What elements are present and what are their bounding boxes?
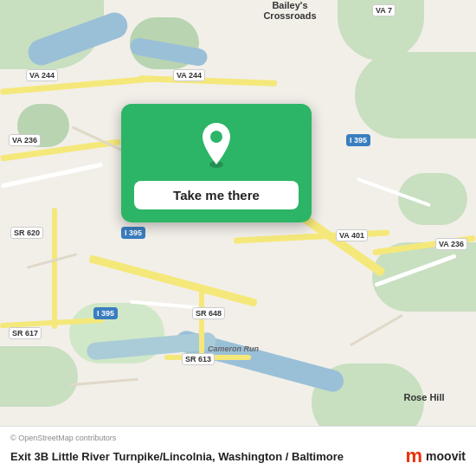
bottom-bar: © OpenStreetMap contributors Exit 3B Lit… (0, 426, 476, 476)
moovit-logo: m moovit (406, 445, 466, 467)
moovit-m-letter: m (406, 445, 423, 467)
label-i395-bot: I 395 (93, 307, 118, 319)
label-va244-right: VA 244 (173, 69, 205, 81)
moovit-brand-text: moovit (426, 449, 466, 463)
road-sr620 (52, 208, 57, 329)
label-rose-hill: Rose Hill (398, 392, 450, 402)
label-sr613: SR 613 (182, 353, 215, 365)
label-cameron-run: Cameron Run (208, 344, 259, 353)
take-me-there-button[interactable]: Take me there (134, 181, 299, 209)
label-sr620: SR 620 (10, 227, 43, 239)
label-i395-top: I 395 (346, 134, 370, 146)
location-card: Take me there (121, 104, 312, 222)
location-info: Exit 3B Little River Turnpike/Lincolnia,… (10, 445, 466, 467)
label-i395-mid: I 395 (121, 227, 145, 239)
label-sr648: SR 648 (192, 307, 225, 319)
label-va236-right: VA 236 (435, 238, 467, 250)
svg-point-1 (210, 131, 222, 143)
label-baileys-crossroads: Bailey's Crossroads (255, 0, 325, 21)
green-area (0, 346, 78, 407)
label-va401: VA 401 (336, 229, 368, 241)
location-name: Exit 3B Little River Turnpike/Lincolnia,… (10, 450, 406, 463)
green-area (355, 52, 476, 138)
label-va244-left: VA 244 (26, 69, 58, 81)
map-container: VA 7 VA 244 VA 244 VA 236 I 395 I 395 I … (0, 0, 476, 476)
label-sr617: SR 617 (9, 327, 42, 339)
label-va236-left: VA 236 (9, 134, 41, 146)
label-va7: VA 7 (372, 4, 396, 16)
pin-icon (197, 121, 235, 168)
copyright-text: © OpenStreetMap contributors (10, 434, 466, 442)
road-sr648 (199, 286, 204, 355)
